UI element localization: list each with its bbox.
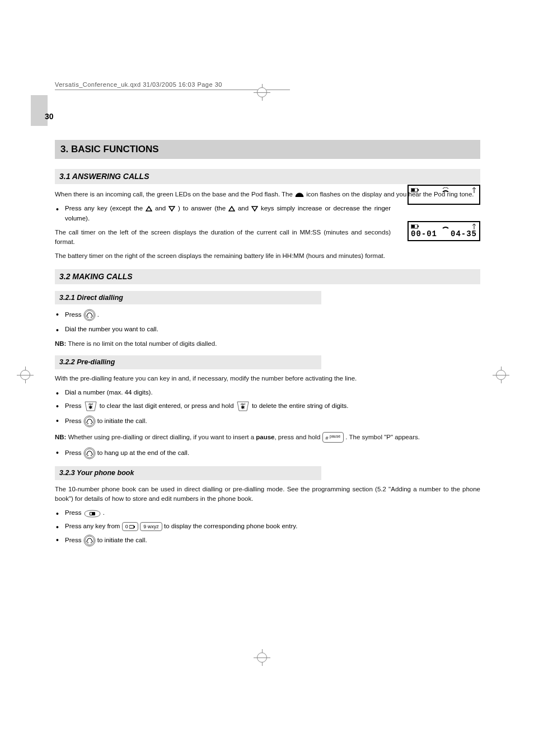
svg-rect-21	[134, 526, 135, 528]
registration-mark-icon	[17, 367, 34, 383]
registration-mark-icon	[254, 84, 270, 101]
heading-answering-calls: 3.1 ANSWERING CALLS	[55, 169, 480, 184]
triangle-up-icon	[228, 204, 235, 213]
svg-rect-20	[129, 525, 134, 528]
list-item: Dial a number (max. 44 digits).	[55, 388, 480, 397]
registration-mark-icon	[493, 367, 509, 383]
triangle-down-icon	[168, 204, 175, 213]
key-9-icon: 9 wxyz	[140, 522, 162, 531]
list-item: Press to initiate the call.	[55, 534, 480, 547]
svg-point-23	[85, 536, 94, 545]
doc-header: Versatis_Conference_uk.qxd 31/03/2005 16…	[55, 81, 222, 88]
registration-mark-icon	[254, 649, 270, 666]
heading-making-calls: 3.2 MAKING CALLS	[55, 269, 480, 284]
para-phonebook-intro: The 10-number phone book can be used in …	[55, 485, 480, 504]
svg-point-17	[85, 449, 94, 458]
list-item: Press del✱ to clear the last digit enter…	[55, 401, 480, 412]
list-item: Press any key from 0 9 wxyz to display t…	[55, 522, 480, 531]
list-item: Press .	[55, 508, 480, 518]
list-item: Press to hang up at the end of the call.	[55, 447, 480, 459]
call-button-icon	[83, 534, 96, 547]
svg-text:✱: ✱	[241, 405, 245, 410]
lcd-display-incoming	[407, 185, 480, 205]
svg-point-14	[84, 416, 95, 427]
para-battery-timer: The battery timer on the right of the sc…	[55, 251, 391, 261]
page-number: 30	[45, 112, 54, 121]
svg-point-8	[84, 309, 95, 321]
call-button-icon	[83, 309, 96, 321]
svg-rect-1	[418, 189, 419, 191]
key-0-icon: 0	[122, 522, 139, 531]
note: NB: Whether using pre-dialling or direct…	[55, 432, 480, 443]
svg-point-15	[85, 417, 94, 426]
svg-text:✱: ✱	[88, 405, 93, 410]
signal-icon	[471, 187, 477, 193]
battery-icon	[411, 223, 420, 229]
handset-icon	[442, 187, 449, 193]
battery-timer-value: 04-35	[451, 229, 477, 238]
star-key-icon: del✱	[236, 401, 250, 412]
svg-point-22	[84, 535, 95, 546]
handset-curl-icon	[294, 190, 305, 199]
svg-point-9	[85, 311, 94, 320]
heading-phone-book: 3.2.3 Your phone book	[55, 466, 321, 480]
list-item: Press .	[55, 309, 480, 321]
heading-pre-dialling: 3.2.2 Pre-dialling	[55, 355, 321, 369]
triangle-down-icon	[251, 204, 258, 213]
list-item: Dial the number you want to call.	[55, 325, 480, 334]
call-timer-value: 00-01	[411, 229, 437, 238]
call-button-icon	[83, 415, 96, 428]
note: NB: There is no limit on the total numbe…	[55, 339, 480, 349]
svg-rect-2	[411, 189, 415, 191]
call-button-icon	[83, 447, 96, 459]
svg-rect-6	[411, 225, 415, 228]
battery-icon	[411, 187, 420, 193]
main-content: 3. BASIC FUNCTIONS 3.1 ANSWERING CALLS	[55, 140, 480, 550]
handset-icon	[442, 223, 449, 229]
hash-pause-key-icon: # pause	[322, 432, 344, 443]
list-item: Press any key (except the and ) to answe…	[55, 204, 391, 223]
signal-icon	[471, 223, 477, 229]
star-key-icon: del✱	[83, 401, 98, 412]
heading-basic-functions: 3. BASIC FUNCTIONS	[55, 140, 480, 159]
page-tab	[31, 95, 48, 126]
list-item: Press to initiate the call.	[55, 415, 480, 428]
lcd-display-call-timer: 00-01 04-35	[407, 221, 480, 241]
svg-point-16	[84, 448, 95, 459]
heading-direct-dialling: 3.2.1 Direct dialling	[55, 291, 321, 305]
svg-rect-19	[90, 513, 92, 515]
phonebook-key-icon	[83, 509, 101, 518]
svg-rect-5	[418, 226, 419, 227]
para-predial-intro: With the pre-dialling feature you can ke…	[55, 374, 480, 383]
triangle-up-icon	[146, 204, 152, 213]
para-call-timer: The call timer on the left of the screen…	[55, 228, 391, 247]
